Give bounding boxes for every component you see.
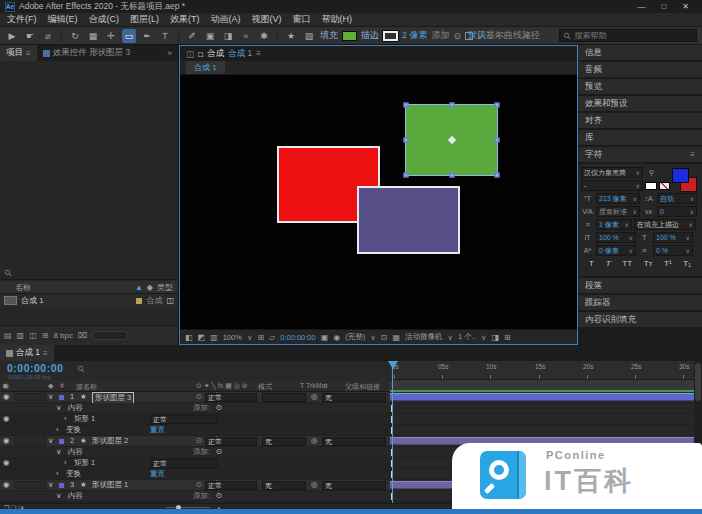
no-stroke-box-icon[interactable]	[659, 182, 670, 190]
purple-rectangle[interactable]	[357, 186, 460, 254]
menu-animation[interactable]: 动画(A)	[211, 13, 241, 26]
new-comp-icon[interactable]: ◫	[29, 331, 37, 340]
workspace-menu-icon[interactable]: ≡	[496, 31, 501, 40]
always-preview-icon[interactable]: ◧	[185, 333, 193, 342]
magnification-chevron-icon[interactable]: ∨	[247, 333, 253, 342]
small-caps-button[interactable]: Tᴛ	[644, 259, 653, 268]
trash-icon[interactable]: ⌧	[78, 331, 87, 340]
contents-label[interactable]: 内容	[68, 403, 83, 413]
pickwhip-icon[interactable]: ◎	[311, 436, 318, 445]
leading-dropdown[interactable]: 自动∨	[657, 193, 697, 204]
stroke-label[interactable]: 描边	[361, 29, 379, 42]
mask-visibility-icon[interactable]: ▱	[269, 333, 275, 342]
label-color-swatch[interactable]	[136, 298, 142, 304]
bit-depth-label[interactable]: 8 bpc	[53, 331, 73, 340]
selection-tool-icon[interactable]: ▶	[5, 29, 19, 43]
twirl-icon[interactable]: ›	[56, 469, 59, 478]
add-property-icon[interactable]: ⊙	[216, 447, 222, 456]
green-rectangle-selected[interactable]	[405, 104, 498, 176]
trkmat-dropdown[interactable]: 无∨	[262, 481, 306, 490]
region-icon[interactable]: ▥	[210, 333, 218, 342]
eyedropper-icon[interactable]: ⚲	[645, 169, 658, 177]
add-label[interactable]: 添加	[432, 29, 450, 42]
baseline-shift-dropdown[interactable]: 0 像素∨	[596, 245, 636, 256]
time-ruler[interactable]: 0s 05s 10s 15s 20s 25s 30s	[390, 361, 694, 380]
layer-row-3[interactable]: ◉ ∨ 3 ★ 形状图层 1 ⊙ ◇ ╱ 正常∨ 无∨ ◎ 无∨	[0, 480, 390, 491]
eye-icon[interactable]: ◉	[3, 414, 10, 423]
tag-icon[interactable]: ◆	[147, 283, 153, 292]
column-name[interactable]: 名称	[15, 282, 31, 293]
type-tool-icon[interactable]: T	[158, 29, 172, 43]
timeline-menu-icon[interactable]: ≡	[43, 349, 48, 358]
timeline-zoom-slider[interactable]	[166, 507, 210, 508]
menu-file[interactable]: 文件(F)	[7, 13, 37, 26]
eye-icon[interactable]: ◉	[3, 392, 10, 401]
twirl-icon[interactable]: ›	[64, 458, 67, 467]
menu-help[interactable]: 帮助(H)	[322, 13, 353, 26]
magnification-dropdown[interactable]: 100%	[223, 333, 242, 342]
timeline-search-icon[interactable]: ⚲	[75, 363, 87, 375]
selection-handle[interactable]	[404, 173, 409, 178]
selection-handle[interactable]	[404, 138, 409, 143]
blend-mode-dropdown[interactable]: 正常∨	[205, 393, 257, 402]
panel-paragraph[interactable]: 段落	[578, 278, 702, 293]
viewer-panel-label[interactable]: 合成	[207, 48, 224, 60]
tab-effect-controls[interactable]: 效果控件 形状图层 3	[37, 45, 136, 61]
twirl-icon[interactable]: ∨	[56, 447, 62, 456]
playhead-caret[interactable]	[388, 361, 398, 369]
eye-icon[interactable]: ◉	[3, 480, 10, 489]
twirl-icon[interactable]: ∨	[48, 392, 54, 401]
hand-tool-icon[interactable]: ☛	[23, 29, 37, 43]
all-caps-button[interactable]: TT	[622, 259, 632, 268]
project-flowchart-icon[interactable]: ⊞	[42, 331, 49, 340]
fill-label[interactable]: 填充	[320, 29, 338, 42]
contents-row[interactable]: ∨ 内容 添加: ⊙	[0, 491, 390, 502]
minimize-button[interactable]: —	[637, 2, 645, 11]
menu-window[interactable]: 窗口	[293, 13, 311, 26]
contents-label[interactable]: 内容	[68, 491, 83, 501]
layer-name[interactable]: 形状图层 1	[92, 480, 128, 490]
viewer-comp-name[interactable]: 合成 1	[228, 48, 252, 60]
selection-handle[interactable]	[404, 103, 409, 108]
transform-row[interactable]: › 变换 重置	[0, 425, 390, 436]
trkmat-column[interactable]: T TrkMat	[300, 382, 327, 389]
work-area-bar[interactable]	[390, 380, 694, 392]
eye-icon[interactable]: ◉	[3, 458, 10, 467]
twirl-icon[interactable]: ›	[56, 425, 59, 434]
pan-behind-tool-icon[interactable]: ✛	[104, 29, 118, 43]
puppet-pin-tool-icon[interactable]: ✱	[257, 29, 271, 43]
font-size-dropdown[interactable]: 213 像素∨	[596, 193, 640, 204]
panel-content-aware-fill[interactable]: 内容识别填充	[578, 312, 702, 327]
faux-bold-button[interactable]: T	[589, 259, 594, 268]
brush-tool-icon[interactable]: ✐	[185, 29, 199, 43]
view-layout-dropdown[interactable]: 1 个..	[458, 332, 476, 342]
project-item-name[interactable]: 合成 1	[21, 295, 44, 306]
ruler-icon[interactable]: ◩	[198, 333, 206, 342]
pickwhip-icon[interactable]: ◎	[311, 480, 318, 489]
pickwhip-icon[interactable]: ◎	[311, 392, 318, 401]
tracking-dropdown[interactable]: 0∨	[657, 206, 697, 217]
shape-blend-mode-dropdown[interactable]: 正常∨	[150, 459, 218, 468]
camera-tool-icon[interactable]: ▦	[86, 29, 100, 43]
stroke-width-value[interactable]: 2 像素	[402, 29, 428, 42]
tab-project[interactable]: 项目 ≡	[0, 45, 37, 61]
maximize-button[interactable]: □	[661, 2, 666, 11]
view-chevron-icon[interactable]: ∨	[448, 333, 454, 342]
label-column-icon[interactable]: ◆	[48, 382, 53, 390]
add-property-icon[interactable]: ⊙	[216, 491, 222, 500]
snapshot-icon[interactable]: ▣	[321, 333, 329, 342]
transform-label[interactable]: 变换	[66, 425, 81, 435]
panel-align[interactable]: 对齐	[578, 113, 702, 128]
mode-column[interactable]: 模式	[258, 382, 272, 392]
twirl-icon[interactable]: ∨	[48, 480, 54, 489]
panel-libraries[interactable]: 库	[578, 130, 702, 145]
layer-1-duration-bar[interactable]	[390, 393, 694, 401]
stroke-color-swatch[interactable]	[383, 31, 398, 41]
show-snapshot-icon[interactable]: ◉	[333, 333, 340, 342]
rectangle-label[interactable]: 矩形 1	[74, 458, 95, 468]
pixel-aspect-icon[interactable]: ◨	[491, 333, 499, 342]
rotation-tool-icon[interactable]: ↻	[68, 29, 82, 43]
twirl-icon[interactable]: ∨	[56, 403, 62, 412]
selection-handle[interactable]	[495, 173, 500, 178]
workspace-label[interactable]: 默认	[468, 29, 486, 42]
